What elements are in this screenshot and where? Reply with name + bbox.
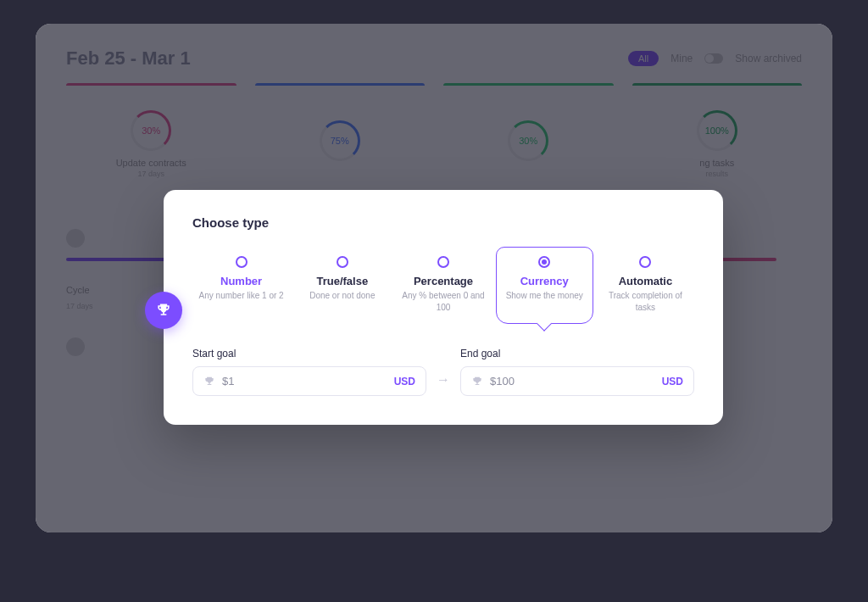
- type-option-automatic[interactable]: Automatic Track completion of tasks: [597, 247, 694, 324]
- radio-icon: [236, 256, 248, 268]
- choose-type-modal: Choose type Number Any number like 1 or …: [164, 190, 723, 425]
- modal-title: Choose type: [192, 215, 694, 230]
- start-goal-input[interactable]: $1 USD: [192, 366, 426, 396]
- radio-icon: [337, 256, 348, 268]
- radio-icon: [437, 256, 449, 268]
- type-desc: Track completion of tasks: [603, 290, 688, 313]
- type-label: Percentage: [400, 275, 486, 287]
- type-desc: Done or not done: [299, 290, 385, 302]
- start-goal-label: Start goal: [192, 348, 426, 360]
- type-desc: Show me the money: [502, 290, 587, 302]
- end-goal-label: End goal: [460, 348, 694, 360]
- type-label: Automatic: [603, 275, 688, 287]
- arrow-right-icon: →: [437, 372, 450, 396]
- type-option-percentage[interactable]: Percentage Any % between 0 and 100: [394, 247, 492, 324]
- type-label: True/false: [299, 275, 385, 287]
- type-option-currency[interactable]: Currency Show me the money: [496, 247, 593, 324]
- type-option-number[interactable]: Number Any number like 1 or 2: [192, 247, 290, 324]
- radio-icon: [639, 256, 651, 268]
- type-desc: Any number like 1 or 2: [198, 290, 284, 302]
- type-label: Currency: [502, 275, 587, 287]
- trophy-badge: [145, 292, 182, 329]
- type-label: Number: [198, 275, 284, 287]
- type-options: Number Any number like 1 or 2 True/false…: [192, 247, 694, 324]
- start-goal-value[interactable]: $1: [222, 375, 387, 387]
- app-window: Feb 25 - Mar 1 All Mine Show archived 30…: [36, 24, 832, 532]
- type-option-truefalse[interactable]: True/false Done or not done: [293, 247, 391, 324]
- trophy-icon: [155, 302, 172, 319]
- currency-label[interactable]: USD: [662, 376, 683, 387]
- radio-icon: [538, 256, 550, 268]
- trophy-icon: [471, 376, 483, 387]
- currency-label[interactable]: USD: [394, 376, 415, 387]
- trophy-icon: [203, 376, 215, 387]
- type-desc: Any % between 0 and 100: [400, 290, 486, 313]
- end-goal-value[interactable]: $100: [490, 375, 655, 387]
- end-goal-input[interactable]: $100 USD: [460, 366, 694, 396]
